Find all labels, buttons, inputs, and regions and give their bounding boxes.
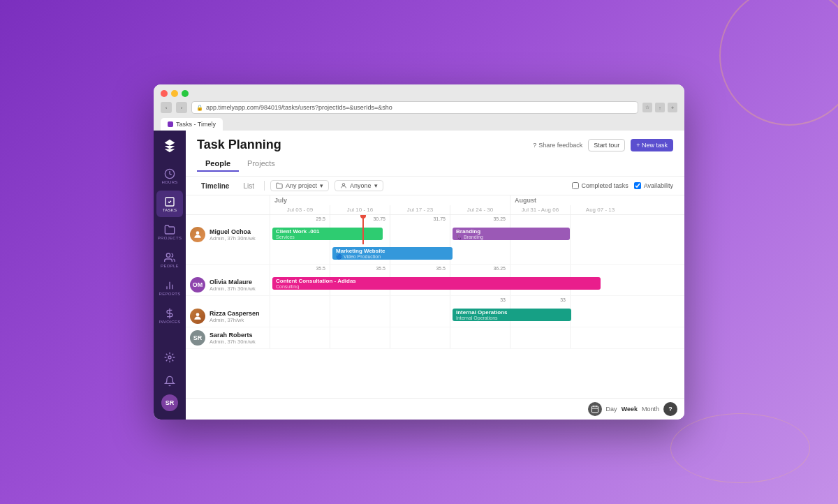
rizza-hours-cells: 33 33 [270,296,684,306]
browser-tab[interactable]: Tasks - Timely [161,118,223,131]
internal-operations-bar[interactable]: Internal Operations Internal Operations [453,309,571,321]
tabs-row: People Projects [197,156,673,172]
any-project-filter[interactable]: Any project ▾ [270,180,329,191]
add-tab-icon[interactable]: + [668,103,677,112]
sarah-details: Sarah Roberts Admin, 37h 30m/wk [210,332,256,345]
tab-people[interactable]: People [197,156,239,172]
minimize-btn[interactable] [171,90,178,97]
branding-bar[interactable]: Branding 🍇 Branding [453,228,570,240]
rh2 [390,296,450,306]
marketing-website-title: Marketing Website [336,248,449,254]
marketing-website-bar[interactable]: Marketing Website 🔵 Video Production [332,247,453,260]
completed-tasks-filter: Completed tasks [572,182,628,189]
day-view-button[interactable]: Day [606,406,617,413]
oh5 [570,265,684,274]
week-4: Jul 31 - Aug 06 [510,205,570,214]
svg-rect-11 [591,406,598,413]
availability-checkbox[interactable] [634,182,641,189]
maximize-btn[interactable] [182,90,189,97]
miguel-task-row-2: Marketing Website 🔵 Video Production [186,244,684,264]
rh5 [570,296,684,306]
sidebar-item-reports[interactable]: REPORTS [156,274,183,301]
rc5 [570,306,684,327]
olivia-task-row: OM Olivia Malaure Admin, 37h 30m/wk [186,274,684,295]
month-view-button[interactable]: Month [642,406,659,413]
share-icon[interactable]: ↑ [655,103,665,112]
july-label: July [270,195,510,205]
close-btn[interactable] [161,90,168,97]
back-button[interactable]: ‹ [161,102,172,113]
olivia-hours-2: 35.5 [436,266,446,271]
person-icon [340,182,347,189]
oh4 [510,265,570,274]
rizza-details: Rizza Caspersen Admin, 37h/wk [210,310,260,323]
sidebar-item-hours[interactable]: HOURS [156,163,183,189]
rh4: 33 [510,296,570,306]
sidebar-extra-icon-2[interactable] [159,371,180,392]
client-work-bar[interactable]: Client Work -001 Services [272,228,383,240]
sidebar-extra-icon-1[interactable] [159,347,180,368]
content-consultation-bar[interactable]: Content Consultation - Adidas Consulting [272,277,601,290]
browser-controls: ‹ › 🔒 app.timelyapp.com/984019/tasks/use… [161,101,677,114]
filters-bar: Timeline List Any project ▾ Anyone ▾ Com… [186,177,684,195]
olivia-name: Olivia Malaure [210,279,256,286]
browser-chrome: ‹ › 🔒 app.timelyapp.com/984019/tasks/use… [154,84,684,131]
window-buttons [161,90,677,97]
miguel-h3: 35.25 [450,215,510,225]
main-content: Task Planning ? Share feedback Start tou… [186,131,684,420]
olivia-hours-spacer [186,265,270,274]
sarah-cells [270,327,684,348]
sidebar-item-invoices[interactable]: INVOICES [156,302,183,329]
mr24 [510,244,570,264]
miguel-avatar [190,227,205,242]
miguel-meta: Admin, 37h 30m/wk [210,235,256,242]
rc0 [270,306,330,327]
calendar-header: July August Jul 03 - 09 Jul 10 - 16 Jul … [270,195,684,214]
url-text: app.timelyapp.com/984019/tasks/users?pro… [206,104,392,111]
olivia-info: OM Olivia Malaure Admin, 37h 30m/wk [186,274,270,295]
list-view-button[interactable]: List [239,181,258,191]
sarah-info: SR Sarah Roberts Admin, 37h 30m/wk [186,327,270,348]
person-section-olivia: 35.5 35.5 35.5 36.25 OM [186,265,684,296]
user-avatar[interactable]: SR [161,394,178,411]
start-tour-button[interactable]: Start tour [588,139,625,151]
miguel-info: Miguel Ochoa Admin, 37h 30m/wk [186,225,270,244]
miguel-h1: 30.75 [330,215,390,225]
forward-button[interactable]: › [176,102,187,113]
sidebar-item-people[interactable]: PEOPLE [156,246,183,273]
olivia-hours-cells: 35.5 35.5 35.5 36.25 [270,265,684,274]
olivia-details: Olivia Malaure Admin, 37h 30m/wk [210,279,256,292]
completed-tasks-checkbox[interactable] [572,182,579,189]
olivia-hours-1: 35.5 [376,266,385,271]
app-content: HOURS TASKS PROJECTS PEOPLE [154,131,684,420]
calendar-icon-button[interactable] [588,402,602,416]
week-3: Jul 24 - 30 [450,205,510,214]
timeline-view-button[interactable]: Timeline [197,181,233,191]
page-title: Task Planning [197,138,281,152]
sc0 [270,327,330,348]
rizza-task-row: Rizza Caspersen Admin, 37h/wk [186,306,684,327]
address-bar[interactable]: 🔒 app.timelyapp.com/984019/tasks/users?p… [191,101,638,114]
project-dropdown-icon: ▾ [320,182,323,189]
person-col-header [186,195,270,214]
rizza-hours-1: 33 [560,297,566,302]
sidebar-item-projects[interactable]: PROJECTS [156,218,183,245]
new-task-button[interactable]: + New task [631,139,673,151]
week-5: Aug 07 - 13 [570,205,630,214]
week-0: Jul 03 - 09 [270,205,330,214]
week-2: Jul 17 - 23 [390,205,450,214]
week-view-button[interactable]: Week [622,406,638,413]
sidebar-hours-label: HOURS [161,180,177,184]
sidebar-item-tasks[interactable]: TASKS [156,191,183,217]
tab-projects[interactable]: Projects [239,156,284,172]
help-button[interactable]: ? [663,402,677,416]
bookmark-icon[interactable]: ☆ [642,103,652,112]
anyone-filter[interactable]: Anyone ▾ [335,180,383,191]
person-rows: 29.5 30.75 31.75 35.25 [186,215,684,398]
rizza-info: Rizza Caspersen Admin, 37h/wk [186,306,270,327]
sc3 [450,327,510,348]
share-feedback-button[interactable]: ? Share feedback [533,142,582,149]
internal-operations-title: Internal Operations [456,309,568,316]
miguel-task-row-1: Miguel Ochoa Admin, 37h 30m/wk [186,225,684,244]
rh0 [270,296,330,306]
